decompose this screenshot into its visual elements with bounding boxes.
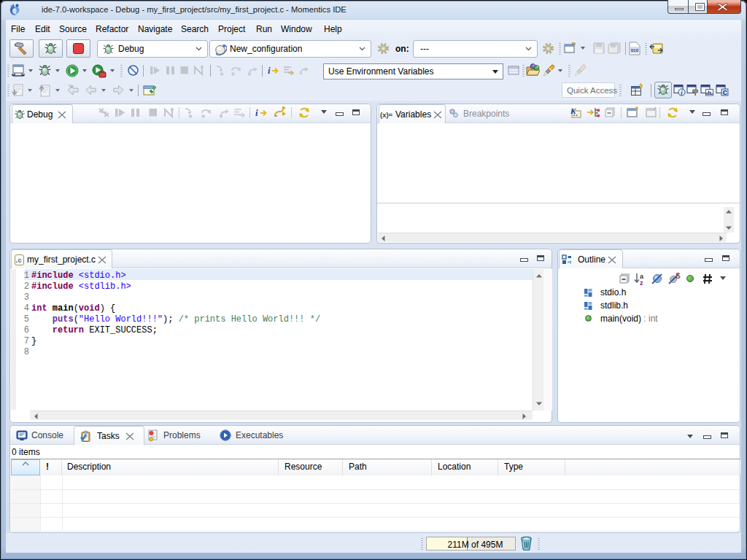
svg-text:010: 010 xyxy=(631,48,639,52)
svg-text:(x)=: (x)= xyxy=(380,111,393,119)
svg-text:K: K xyxy=(570,106,576,115)
svg-text:i: i xyxy=(255,107,258,118)
svg-text:c: c xyxy=(18,257,22,264)
svg-text:C: C xyxy=(723,89,727,96)
svg-text:z: z xyxy=(640,279,643,286)
svg-text:i: i xyxy=(268,65,271,76)
